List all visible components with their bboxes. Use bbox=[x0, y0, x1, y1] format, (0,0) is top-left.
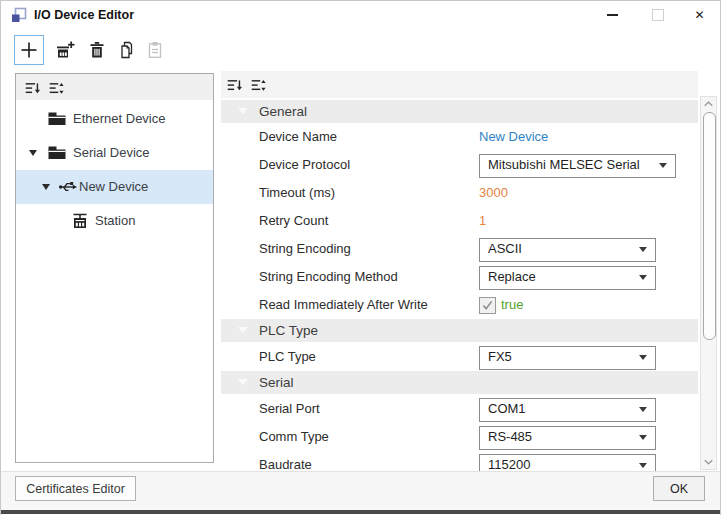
io-device-editor-window: I/O Device Editor ✕ bbox=[0, 0, 721, 515]
scroll-up-button[interactable] bbox=[701, 97, 716, 111]
section-header-plc-type[interactable]: PLC Type bbox=[221, 319, 698, 342]
add-device-button[interactable] bbox=[14, 35, 44, 65]
property-label: Comm Type bbox=[259, 423, 329, 451]
copy-button[interactable] bbox=[112, 35, 142, 65]
property-label: Device Protocol bbox=[259, 151, 350, 179]
tree-item-label: Serial Device bbox=[73, 136, 150, 170]
chevron-down-icon bbox=[639, 355, 647, 360]
close-button[interactable]: ✕ bbox=[677, 1, 721, 29]
property-row-string-encoding: String Encoding ASCII bbox=[221, 235, 698, 263]
toolbar bbox=[1, 29, 720, 69]
certificates-editor-button[interactable]: Certificates Editor bbox=[15, 476, 136, 501]
minimize-button[interactable] bbox=[590, 1, 635, 29]
property-label: Retry Count bbox=[259, 207, 328, 235]
chevron-down-icon bbox=[639, 463, 647, 468]
dropdown-value: ASCII bbox=[488, 239, 522, 259]
dropdown-value: Replace bbox=[488, 267, 536, 287]
section-title: PLC Type bbox=[259, 319, 318, 342]
add-station-icon bbox=[55, 40, 75, 60]
checkbox-value: true bbox=[501, 291, 523, 319]
retry-count-value[interactable]: 1 bbox=[479, 207, 486, 235]
tree-item-new-device[interactable]: New Device bbox=[16, 170, 213, 204]
properties-panel: General Device Name New Device Device Pr… bbox=[221, 71, 698, 471]
checkmark-icon bbox=[482, 300, 493, 311]
collapse-all-icon bbox=[226, 77, 243, 94]
close-icon: ✕ bbox=[694, 9, 704, 21]
chevron-down-icon bbox=[639, 275, 647, 280]
tree-item-serial-device[interactable]: Serial Device bbox=[16, 136, 213, 170]
property-label: Serial Port bbox=[259, 395, 320, 423]
property-row-timeout: Timeout (ms) 3000 bbox=[221, 179, 698, 207]
maximize-button[interactable] bbox=[635, 1, 680, 29]
expander-arrow-icon[interactable] bbox=[29, 150, 37, 156]
tree-item-label: Station bbox=[95, 204, 135, 238]
tree-item-station[interactable]: Station bbox=[16, 204, 213, 238]
scrollbar-thumb[interactable] bbox=[703, 112, 716, 340]
comm-type-dropdown[interactable]: RS-485 bbox=[479, 426, 656, 450]
timeout-value[interactable]: 3000 bbox=[479, 179, 508, 207]
tree-item-label: New Device bbox=[79, 170, 148, 204]
property-row-read-immediately: Read Immediately After Write true bbox=[221, 291, 698, 319]
property-row-plc-type: PLC Type FX5 bbox=[221, 343, 698, 371]
expander-arrow-icon[interactable] bbox=[42, 184, 50, 190]
collapse-all-button[interactable] bbox=[23, 79, 41, 97]
plus-icon bbox=[19, 40, 39, 60]
chevron-down-icon bbox=[659, 163, 667, 168]
property-row-retry-count: Retry Count 1 bbox=[221, 207, 698, 235]
expand-all-button[interactable] bbox=[249, 76, 267, 94]
trash-icon bbox=[87, 40, 107, 60]
dropdown-value: 115200 bbox=[488, 455, 530, 471]
property-label: String Encoding bbox=[259, 235, 351, 263]
chevron-down-icon bbox=[639, 435, 647, 440]
serial-port-dropdown[interactable]: COM1 bbox=[479, 398, 656, 422]
usb-device-icon bbox=[58, 177, 78, 201]
property-row-comm-type: Comm Type RS-485 bbox=[221, 423, 698, 451]
collapse-arrow-icon bbox=[238, 108, 248, 114]
device-name-value[interactable]: New Device bbox=[479, 123, 548, 151]
baudrate-dropdown[interactable]: 115200 bbox=[479, 454, 656, 471]
collapse-all-button[interactable] bbox=[225, 76, 243, 94]
folder-icon bbox=[47, 109, 67, 133]
string-encoding-method-dropdown[interactable]: Replace bbox=[479, 266, 656, 290]
string-encoding-dropdown[interactable]: ASCII bbox=[479, 238, 656, 262]
paste-icon bbox=[145, 40, 165, 60]
expand-all-button[interactable] bbox=[47, 79, 65, 97]
chevron-down-icon bbox=[639, 407, 647, 412]
ok-button[interactable]: OK bbox=[653, 476, 705, 501]
footer-bar: Certificates Editor OK bbox=[1, 471, 720, 510]
vertical-scrollbar[interactable] bbox=[700, 96, 717, 470]
section-title: General bbox=[259, 100, 307, 123]
minimize-icon bbox=[607, 14, 618, 15]
delete-button[interactable] bbox=[82, 35, 112, 65]
properties-toolbar bbox=[221, 71, 698, 98]
section-title: Serial bbox=[259, 371, 294, 394]
chevron-down-icon bbox=[704, 459, 713, 465]
window-title: I/O Device Editor bbox=[34, 1, 134, 29]
property-row-baudrate: Baudrate 115200 bbox=[221, 451, 698, 471]
tree-toolbar bbox=[16, 74, 213, 100]
dropdown-value: COM1 bbox=[488, 399, 526, 419]
copy-icon bbox=[117, 40, 137, 60]
section-header-serial[interactable]: Serial bbox=[221, 371, 698, 394]
maximize-icon bbox=[652, 9, 664, 21]
property-label: PLC Type bbox=[259, 343, 316, 371]
paste-button[interactable] bbox=[140, 35, 170, 65]
station-icon bbox=[70, 211, 90, 235]
section-header-general[interactable]: General bbox=[221, 100, 698, 123]
expand-all-icon bbox=[250, 77, 267, 94]
plc-type-dropdown[interactable]: FX5 bbox=[479, 346, 656, 370]
add-station-button[interactable] bbox=[50, 35, 80, 65]
chevron-down-icon bbox=[639, 247, 647, 252]
read-immediately-checkbox[interactable] bbox=[479, 297, 496, 314]
collapse-arrow-icon bbox=[238, 379, 248, 385]
property-row-string-encoding-method: String Encoding Method Replace bbox=[221, 263, 698, 291]
dropdown-value: RS-485 bbox=[488, 427, 532, 447]
property-row-device-name: Device Name New Device bbox=[221, 123, 698, 151]
tree-item-ethernet-device[interactable]: Ethernet Device bbox=[16, 102, 213, 136]
dropdown-value: Mitsubishi MELSEC Serial bbox=[488, 155, 640, 175]
tree-item-label: Ethernet Device bbox=[73, 102, 166, 136]
collapse-all-icon bbox=[24, 80, 41, 97]
window-bottom-edge bbox=[1, 510, 720, 514]
device-protocol-dropdown[interactable]: Mitsubishi MELSEC Serial bbox=[479, 154, 676, 178]
scroll-down-button[interactable] bbox=[701, 455, 716, 469]
